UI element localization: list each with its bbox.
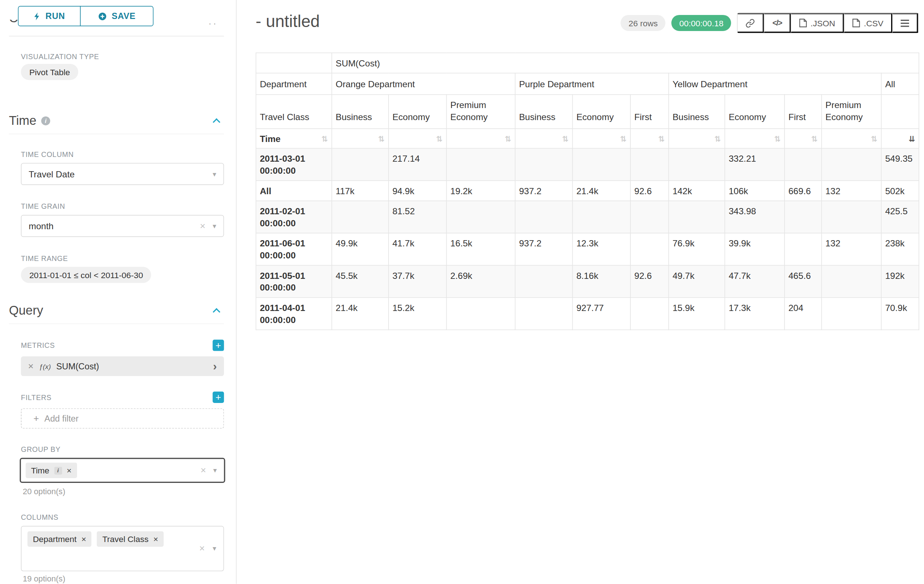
value-cell [515, 148, 573, 180]
value-cell [630, 298, 669, 330]
save-button[interactable]: SAVE [80, 6, 153, 26]
row-header: 2011-02-01 00:00:00 [256, 201, 332, 233]
sort-icon[interactable]: ⇅ [562, 134, 569, 143]
copy-link-button[interactable] [738, 13, 764, 33]
sort-icon[interactable]: ⇅ [322, 134, 328, 143]
filters-label: FILTERS [21, 393, 51, 402]
time-label: Time [260, 133, 280, 144]
chevron-up-icon[interactable] [213, 118, 220, 125]
value-cell [822, 201, 881, 233]
add-filter-button[interactable]: + [213, 392, 224, 403]
value-cell [446, 201, 515, 233]
sort-icon[interactable]: ⇅ [436, 134, 443, 143]
column-sort-cell[interactable]: ⇅ [725, 128, 785, 148]
remove-chip-icon[interactable]: × [67, 466, 72, 474]
value-cell [630, 201, 669, 233]
chevron-down-icon[interactable]: ▾ [213, 466, 217, 474]
sort-icon[interactable]: ⇅ [505, 134, 511, 143]
run-button[interactable]: RUN [18, 6, 81, 26]
metrics-label: METRICS [21, 341, 55, 350]
app: Chart Type ·· RUN SAVE VISUALIZATION TYP… [0, 0, 924, 584]
columns-chip[interactable]: Travel Class × [97, 531, 163, 547]
time-grain-select[interactable]: month × ▾ [21, 215, 224, 237]
remove-chip-icon[interactable]: × [153, 535, 158, 543]
sort-icon[interactable]: ⇅ [378, 134, 384, 143]
pivot-table-body: 2011-03-01 00:00:00217.14332.21549.35All… [256, 148, 919, 330]
column-sort-cell[interactable]: ⇅ [332, 128, 388, 148]
clear-icon[interactable]: × [200, 221, 205, 231]
columns-label: COLUMNS [21, 513, 58, 521]
sort-row: Time ⇅ ⇅⇅⇅⇅⇅⇅⇅⇅⇅⇅⇊ [256, 128, 919, 148]
value-cell: 2.69k [446, 265, 515, 298]
value-cell: 94.9k [389, 181, 447, 201]
travel-class-header: Business [332, 95, 388, 128]
row-header: 2011-03-01 00:00:00 [256, 148, 332, 180]
remove-metric-icon[interactable]: × [28, 361, 34, 371]
all-column-header: All [881, 73, 919, 95]
export-button-group: </> .JSON .CSV [738, 12, 919, 33]
time-grain-value: month [28, 221, 53, 231]
travel-class-header: Business [515, 95, 573, 128]
menu-button[interactable] [892, 13, 918, 33]
value-cell: 465.6 [784, 265, 822, 298]
value-cell [332, 148, 388, 180]
sort-icon[interactable]: ⇅ [620, 134, 627, 143]
value-cell: 425.5 [881, 201, 919, 233]
metric-chip[interactable]: × ƒ(x) SUM(Cost) › [21, 356, 224, 376]
column-sort-cell[interactable]: ⇅ [515, 128, 573, 148]
sort-icon[interactable]: ⇅ [811, 134, 818, 143]
export-json-button[interactable]: .JSON [791, 13, 844, 33]
group-by-options-hint: 20 option(s) [23, 487, 65, 496]
table-row: 2011-06-01 00:00:0049.9k41.7k16.5k937.21… [256, 233, 919, 265]
column-sort-cell[interactable]: ⇅ [630, 128, 669, 148]
sort-desc-icon[interactable]: ⇊ [909, 134, 915, 143]
clear-icon[interactable]: × [201, 466, 206, 475]
clear-icon[interactable]: × [200, 544, 205, 553]
add-metric-button[interactable]: + [213, 340, 224, 351]
group-by-select[interactable]: Time i × × ▾ [20, 458, 225, 483]
column-sort-cell[interactable]: ⇅ [669, 128, 725, 148]
plus-circle-icon [98, 12, 107, 21]
chevron-right-icon[interactable]: › [213, 360, 216, 372]
query-section-header[interactable]: Query [9, 303, 224, 324]
value-cell: 937.2 [515, 181, 573, 201]
value-cell: 132 [822, 233, 881, 265]
travel-class-header: Economy [389, 95, 447, 128]
value-cell: 21.4k [332, 298, 388, 330]
table-row: 2011-05-01 00:00:0045.5k37.7k2.69k8.16k9… [256, 265, 919, 298]
sort-icon[interactable]: ⇅ [658, 134, 665, 143]
columns-chip[interactable]: Department × [27, 531, 92, 547]
time-section-header[interactable]: Time i [9, 114, 224, 134]
column-sort-cell[interactable]: ⇅ [573, 128, 631, 148]
viz-type-pill[interactable]: Pivot Table [21, 64, 78, 80]
column-sort-cell[interactable]: ⇅ [784, 128, 822, 148]
column-sort-cell[interactable]: ⇅ [389, 128, 447, 148]
value-cell: 106k [725, 181, 785, 201]
corner-cell [256, 53, 332, 73]
time-column-select[interactable]: Travel Date ▾ [21, 163, 224, 185]
add-filter-dropzone[interactable]: + Add filter [21, 408, 224, 429]
export-csv-button[interactable]: .CSV [844, 13, 892, 33]
time-range-label: TIME RANGE [21, 254, 68, 263]
chevron-up-icon[interactable] [213, 308, 220, 315]
remove-chip-icon[interactable]: × [81, 535, 86, 543]
save-label: SAVE [112, 12, 135, 21]
file-icon [799, 19, 807, 28]
columns-select-controls: × ▾ [200, 544, 216, 553]
chevron-down-icon[interactable]: ▾ [213, 544, 216, 553]
column-sort-cell[interactable]: ⇅ [822, 128, 881, 148]
sort-icon[interactable]: ⇅ [774, 134, 781, 143]
sort-icon[interactable]: ⇅ [871, 134, 878, 143]
group-by-chip[interactable]: Time i × [26, 462, 77, 478]
columns-select[interactable]: Department × Travel Class × × ▾ [21, 526, 224, 571]
view-query-button[interactable]: </> [764, 13, 791, 33]
metric-header-row: SUM(Cost) [256, 53, 919, 73]
time-range-pill[interactable]: 2011-01-01 ≤ col < 2011-06-30 [21, 267, 151, 283]
department-group-header: Purple Department [515, 73, 669, 95]
all-sort-cell[interactable]: ⇊ [881, 128, 919, 148]
time-sort-cell[interactable]: Time ⇅ [256, 128, 332, 148]
department-label-cell: Department [256, 73, 332, 95]
column-sort-cell[interactable]: ⇅ [446, 128, 515, 148]
sort-icon[interactable]: ⇅ [714, 134, 721, 143]
table-row: 2011-02-01 00:00:0081.52343.98425.5 [256, 201, 919, 233]
